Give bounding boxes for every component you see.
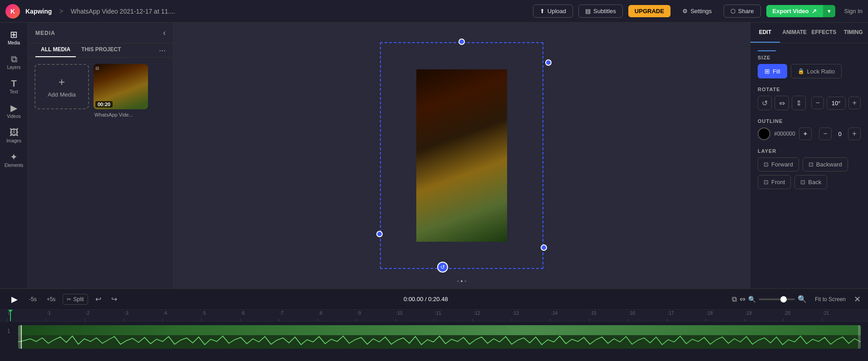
outline-plus-button[interactable]: + bbox=[848, 127, 861, 140]
sidebar-item-media[interactable]: ⊞ Media bbox=[1, 26, 27, 49]
outline-color-hex: #000000 bbox=[774, 131, 795, 137]
zoom-out-icon[interactable]: 🔍 bbox=[748, 296, 756, 303]
zoom-fit-icon: ⧉ bbox=[732, 295, 737, 303]
rotate-ccw-button[interactable]: ↺ bbox=[758, 96, 772, 110]
skip-back-button[interactable]: -5s bbox=[26, 294, 39, 304]
tab-this-project[interactable]: THIS PROJECT bbox=[76, 44, 126, 57]
track-waveform-area bbox=[18, 335, 861, 349]
skip-forward-button[interactable]: +5s bbox=[44, 294, 59, 304]
zoom-thumb[interactable] bbox=[780, 296, 787, 302]
track-handle-right[interactable] bbox=[858, 325, 861, 349]
thumbnail-name: WhatsApp Vide... bbox=[94, 111, 148, 118]
forward-icon: ⊡ bbox=[764, 161, 769, 168]
ruler-tick-15: :15 bbox=[589, 310, 628, 322]
sidebar-item-layers[interactable]: ⧉ Layers bbox=[1, 51, 27, 73]
right-panel: EDIT ANIMATE EFFECTS TIMING SIZE ⊞ Fill … bbox=[750, 23, 868, 288]
handle-top-center[interactable] bbox=[459, 39, 465, 45]
layer-forward-button[interactable]: ⊡ Forward bbox=[758, 157, 799, 171]
play-icon: ▶ bbox=[11, 294, 18, 304]
right-panel-content: SIZE ⊞ Fill 🔒 Lock Ratio ROTATE ↺ bbox=[750, 43, 868, 196]
fit-to-screen-button[interactable]: Fit to Screen bbox=[811, 294, 849, 304]
ruler-tick-3: :3 bbox=[123, 310, 162, 322]
time-display: 0:00.00 / 0:20.48 bbox=[404, 296, 448, 302]
tab-edit[interactable]: EDIT bbox=[750, 23, 780, 43]
rotate-handle[interactable]: ↺ bbox=[437, 262, 448, 273]
sidebar-item-text[interactable]: T Text bbox=[1, 75, 27, 98]
share-icon: ⬡ bbox=[730, 8, 735, 15]
front-icon: ⊡ bbox=[764, 179, 769, 185]
share-button[interactable]: ⬡ Share bbox=[724, 5, 761, 18]
handle-mid-left[interactable] bbox=[376, 231, 383, 237]
play-button[interactable]: ▶ bbox=[7, 292, 22, 307]
app-logo: K bbox=[5, 4, 20, 19]
sign-in-link[interactable]: Sign In bbox=[844, 8, 863, 15]
export-button[interactable]: Export Video ↗ bbox=[766, 5, 823, 17]
ruler-tick-group: 0:1:2:3:4:5:6:7:8:9:10:11:12:13:14:15:16… bbox=[7, 310, 861, 321]
outline-controls: #000000 ✦ − 0 + bbox=[758, 127, 861, 140]
undo-button[interactable]: ↩ bbox=[93, 293, 104, 305]
outline-minus-button[interactable]: − bbox=[819, 127, 832, 140]
size-label: SIZE bbox=[758, 55, 861, 60]
ruler-tick-5: :5 bbox=[201, 310, 240, 322]
sidebar-item-elements[interactable]: ✦ Elements bbox=[1, 149, 27, 171]
add-media-button[interactable]: + Add Media bbox=[35, 64, 89, 109]
ruler-tick-9: :9 bbox=[356, 310, 395, 322]
media-panel-title: MEDIA bbox=[35, 30, 55, 36]
tab-timing[interactable]: TIMING bbox=[838, 23, 868, 43]
timeline-area: ▶ -5s +5s ✂ Split ↩ ↪ 0:00.00 / 0:20.48 … bbox=[0, 288, 868, 361]
size-section: SIZE ⊞ Fill 🔒 Lock Ratio bbox=[758, 55, 861, 78]
rotate-label: ROTATE bbox=[758, 87, 861, 92]
sidebar-label-elements: Elements bbox=[5, 163, 24, 168]
ruler-tick-20: :20 bbox=[783, 310, 822, 322]
media-thumbnail[interactable]: 00:20 ▤ WhatsApp Vide... bbox=[94, 64, 148, 118]
ruler-tick-10: :10 bbox=[395, 310, 434, 322]
lock-ratio-button[interactable]: 🔒 Lock Ratio bbox=[791, 64, 842, 78]
fill-button[interactable]: ⊞ Fill bbox=[758, 64, 787, 78]
flip-v-button[interactable]: ⇕ bbox=[792, 96, 806, 110]
tab-all-media[interactable]: ALL MEDIA bbox=[35, 44, 76, 57]
layers-icon: ⧉ bbox=[11, 54, 17, 63]
track-clip[interactable] bbox=[18, 325, 861, 349]
handle-bottom-right[interactable] bbox=[541, 244, 547, 251]
media-more-button[interactable]: ··· bbox=[159, 46, 166, 55]
images-icon: 🖼 bbox=[10, 128, 19, 137]
zoom-in-icon[interactable]: 🔍 bbox=[798, 295, 807, 303]
layer-front-button[interactable]: ⊡ Front bbox=[758, 175, 791, 189]
outline-section: OUTLINE #000000 ✦ − 0 + bbox=[758, 118, 861, 140]
upload-button[interactable]: ⬆ Upload bbox=[533, 5, 573, 18]
sidebar-item-images[interactable]: 🖼 Images bbox=[1, 124, 27, 147]
videos-icon: ▶ bbox=[10, 103, 17, 112]
settings-button[interactable]: ⚙ Settings bbox=[676, 5, 718, 17]
layer-back-button[interactable]: ⊡ Back bbox=[794, 175, 827, 189]
handle-top-right[interactable] bbox=[545, 59, 552, 66]
waveform-svg bbox=[18, 335, 861, 349]
canvas[interactable] bbox=[416, 69, 507, 242]
redo-button[interactable]: ↪ bbox=[108, 293, 120, 305]
upgrade-button[interactable]: UPGRADE bbox=[628, 5, 671, 17]
zoom-slider[interactable] bbox=[759, 298, 795, 300]
media-panel: MEDIA ‹ ALL MEDIA THIS PROJECT ··· + Add… bbox=[28, 23, 173, 288]
sidebar-label-text: Text bbox=[10, 89, 18, 94]
rotate-plus-button[interactable]: + bbox=[848, 97, 861, 109]
zoom-split-icon: ⇔ bbox=[740, 295, 745, 303]
elements-icon: ✦ bbox=[10, 152, 18, 161]
export-chevron-button[interactable]: ▾ bbox=[823, 5, 835, 17]
layer-backward-button[interactable]: ⊡ Backward bbox=[803, 157, 848, 171]
media-panel-close-button[interactable]: ‹ bbox=[163, 28, 166, 38]
sidebar-label-layers: Layers bbox=[7, 65, 20, 70]
tab-animate[interactable]: ANIMATE bbox=[780, 23, 809, 43]
timeline-playhead bbox=[10, 310, 11, 321]
export-icon: ↗ bbox=[812, 8, 817, 15]
outline-color-swatch[interactable] bbox=[758, 127, 770, 140]
eyedropper-button[interactable]: ✦ bbox=[799, 127, 812, 140]
sidebar-item-videos[interactable]: ▶ Videos bbox=[1, 100, 27, 122]
track-playhead bbox=[21, 325, 22, 349]
rotate-minus-button[interactable]: − bbox=[811, 97, 824, 109]
ruler-tick-12: :12 bbox=[473, 310, 511, 322]
add-media-label: Add Media bbox=[48, 91, 76, 98]
tab-effects[interactable]: EFFECTS bbox=[809, 23, 839, 43]
flip-h-button[interactable]: ⇔ bbox=[774, 96, 789, 110]
close-timeline-button[interactable]: ✕ bbox=[854, 294, 861, 304]
subtitles-button[interactable]: ▤ Subtitles bbox=[578, 5, 623, 18]
split-button[interactable]: ✂ Split bbox=[63, 294, 88, 305]
